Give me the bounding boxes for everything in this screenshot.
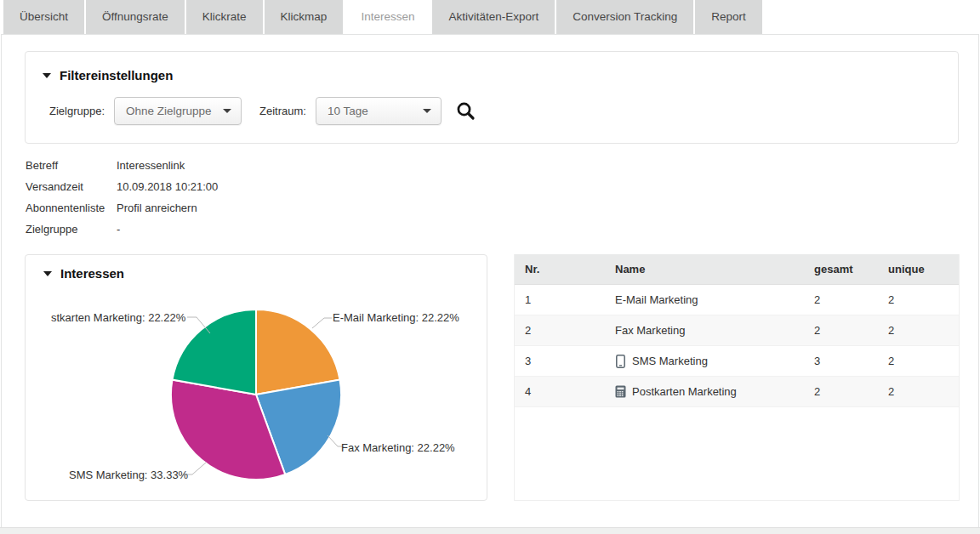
interests-table: Nr. Name gesamt unique 1 E-Mail Marketin…: [514, 254, 960, 501]
detail-value: Profil anreichern: [117, 202, 197, 214]
tab-oeffnungsrate[interactable]: Öffnungsrate: [86, 0, 185, 34]
chevron-down-icon: [223, 109, 231, 113]
column-header-name: Name: [615, 263, 814, 276]
detail-row-versandzeit: Versandzeit 10.09.2018 10:21:00: [26, 180, 978, 202]
pie-label-email: E-Mail Marketing: 22.22%: [333, 311, 459, 324]
mobile-phone-icon: [615, 355, 626, 368]
detail-row-zielgruppe: Zielgruppe -: [26, 223, 978, 244]
interessen-panel: Interessen stkarten Marketing: 22.22% E-…: [25, 254, 487, 501]
table-row: 3 SMS Marketing 3 2: [515, 346, 959, 377]
table-row: 1 E-Mail Marketing 2 2: [515, 285, 959, 315]
leader-line: [312, 318, 332, 328]
table-row: 2 Fax Marketing 2 2: [515, 315, 959, 346]
cell-gesamt: 2: [814, 324, 888, 337]
zeitraum-dropdown[interactable]: 10 Tage: [316, 97, 442, 125]
interessen-panel-title: Interessen: [60, 266, 124, 281]
filter-panel: Filtereinstellungen Zielgruppe: Ohne Zie…: [25, 51, 959, 144]
cell-unique: 2: [888, 385, 959, 398]
cell-name: Postkarten Marketing: [632, 385, 737, 398]
collapse-caret-icon[interactable]: [43, 73, 51, 78]
zielgruppe-dropdown[interactable]: Ohne Zielgruppe: [114, 97, 242, 125]
pie-label-postkarten: stkarten Marketing: 22.22%: [51, 311, 185, 324]
cell-nr: 4: [515, 385, 615, 398]
cell-nr: 2: [515, 324, 615, 337]
zielgruppe-label: Zielgruppe:: [49, 105, 105, 117]
tab-aktivitaeten-export[interactable]: Aktivitäten-Export: [432, 0, 555, 34]
detail-row-abonnentenliste: Abonnentenliste Profil anreichern: [26, 202, 978, 223]
detail-label: Versandzeit: [26, 180, 117, 193]
tab-bar: Übersicht Öffnungsrate Klickrate Klickma…: [0, 0, 980, 34]
calculator-icon: [615, 385, 626, 398]
pie-label-sms: SMS Marketing: 33.33%: [69, 469, 188, 481]
main-content: Filtereinstellungen Zielgruppe: Ohne Zie…: [1, 34, 979, 527]
chevron-down-icon: [423, 109, 431, 113]
cell-unique: 2: [888, 293, 959, 306]
zeitraum-selected-value: 10 Tage: [328, 105, 368, 117]
detail-row-betreff: Betreff Interessenlink: [26, 159, 978, 180]
magnifier-icon: [456, 101, 476, 121]
cell-unique: 2: [888, 355, 959, 367]
table-header-row: Nr. Name gesamt unique: [515, 254, 959, 285]
cell-gesamt: 2: [814, 385, 888, 398]
column-header-nr: Nr.: [515, 263, 615, 276]
tab-report[interactable]: Report: [695, 0, 762, 34]
detail-label: Abonnentenliste: [26, 202, 117, 214]
pie-label-fax: Fax Marketing: 22.22%: [341, 441, 455, 454]
collapse-caret-icon[interactable]: [43, 271, 52, 276]
tab-conversion-tracking[interactable]: Conversion Tracking: [556, 0, 693, 34]
tab-uebersicht[interactable]: Übersicht: [3, 0, 84, 34]
zeitraum-label: Zeitraum:: [259, 105, 306, 117]
detail-label: Betreff: [26, 159, 117, 172]
cell-name: Fax Marketing: [615, 324, 685, 337]
filter-panel-title: Filtereinstellungen: [60, 68, 173, 82]
detail-label: Zielgruppe: [26, 223, 117, 236]
detail-value: -: [117, 223, 120, 236]
detail-value: Interessenlink: [117, 159, 185, 172]
cell-unique: 2: [888, 324, 959, 337]
column-header-unique: unique: [888, 263, 959, 276]
cell-nr: 1: [515, 293, 615, 306]
column-header-gesamt: gesamt: [814, 263, 888, 276]
table-row: 4 Postkarten Marketing: [515, 377, 959, 407]
page-background-strip: [0, 527, 980, 534]
tab-interessen[interactable]: Interessen: [345, 0, 430, 34]
mailing-details: Betreff Interessenlink Versandzeit 10.09…: [26, 159, 978, 244]
cell-gesamt: 2: [814, 293, 888, 306]
cell-gesamt: 3: [814, 355, 888, 367]
detail-value: 10.09.2018 10:21:00: [117, 180, 218, 193]
search-button[interactable]: [456, 101, 476, 121]
zielgruppe-selected-value: Ohne Zielgruppe: [126, 105, 212, 117]
tab-klickrate[interactable]: Klickrate: [186, 0, 263, 34]
tab-klickmap[interactable]: Klickmap: [265, 0, 344, 34]
cell-nr: 3: [515, 355, 615, 367]
cell-name: SMS Marketing: [632, 355, 708, 367]
cell-name: E-Mail Marketing: [615, 293, 698, 306]
